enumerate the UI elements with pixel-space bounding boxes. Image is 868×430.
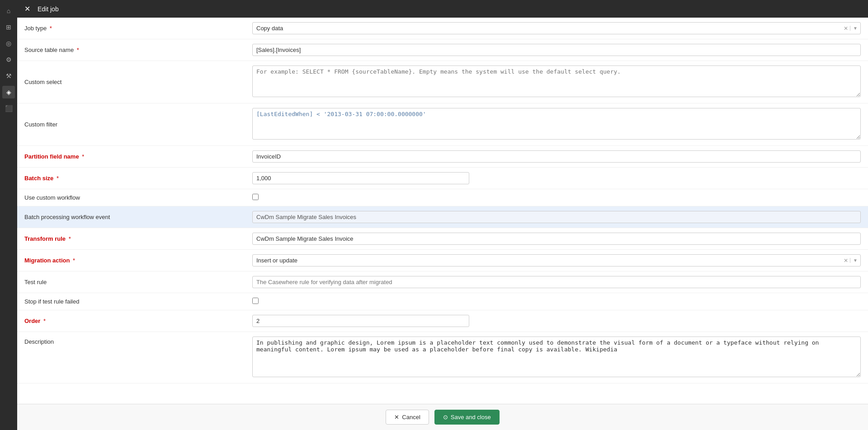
cancel-icon: ✕ — [394, 414, 399, 421]
tools-icon[interactable]: ⚒ — [2, 70, 15, 82]
job-type-arrow: ▼ — [850, 26, 860, 31]
label-job-type: Job type — [24, 25, 47, 32]
row-order: Order * — [17, 310, 868, 332]
source-table-name-input[interactable] — [252, 44, 861, 56]
partition-field-name-input[interactable] — [252, 150, 861, 163]
label-test-rule: Test rule — [24, 279, 47, 285]
job-type-select[interactable]: Copy data — [253, 23, 842, 34]
label-transform-rule: Transform rule — [24, 235, 66, 242]
label-use-custom-workflow: Use custom workflow — [24, 194, 80, 201]
save-button[interactable]: ⊙ Save and close — [434, 410, 500, 425]
label-batch-processing: Batch processing workflow event — [24, 214, 110, 220]
save-label: Save and close — [451, 414, 491, 421]
row-custom-select: Custom select — [17, 61, 868, 103]
label-custom-filter: Custom filter — [24, 121, 57, 128]
label-batch-size: Batch size — [24, 175, 53, 182]
batch-processing-input[interactable] — [252, 211, 861, 223]
label-description: Description — [24, 338, 54, 345]
grid-icon[interactable]: ⊞ — [2, 21, 15, 33]
row-partition-field-name: Partition field name * — [17, 146, 868, 168]
row-migration-action: Migration action * Insert or update Inse… — [17, 250, 868, 271]
close-icon[interactable]: ✕ — [24, 5, 30, 13]
row-stop-if-test-rule-failed: Stop if test rule failed — [17, 293, 868, 310]
custom-select-textarea[interactable] — [252, 65, 861, 97]
job-type-clear[interactable]: ✕ — [842, 25, 850, 32]
row-batch-processing: Batch processing workflow event — [17, 206, 868, 228]
label-source-table-name: Source table name — [24, 47, 74, 53]
required-order: * — [43, 318, 46, 324]
row-batch-size: Batch size * — [17, 168, 868, 189]
title-bar: ✕ Edit job — [17, 0, 868, 18]
label-partition-field-name: Partition field name — [24, 153, 79, 160]
label-order: Order — [24, 318, 40, 324]
required-transform-rule: * — [69, 235, 71, 242]
required-migration-action: * — [73, 257, 75, 264]
sidebar: ⌂ ⊞ ◎ ⚙ ⚒ ◈ ⬛ — [0, 0, 17, 430]
transform-rule-input[interactable] — [252, 233, 861, 245]
chart-icon[interactable]: ⬛ — [2, 102, 15, 115]
settings-icon[interactable]: ⚙ — [2, 53, 15, 66]
dialog-title: Edit job — [38, 5, 59, 13]
migration-action-select-wrapper: Insert or update Insert only Update only… — [252, 254, 861, 266]
migration-action-arrow: ▼ — [850, 258, 860, 263]
test-rule-input[interactable] — [252, 276, 861, 288]
required-source-table: * — [77, 47, 79, 53]
label-custom-select: Custom select — [24, 79, 61, 85]
required-batch-size: * — [57, 175, 59, 182]
order-input[interactable] — [252, 315, 469, 327]
globe-icon[interactable]: ◎ — [2, 37, 15, 50]
active-icon[interactable]: ◈ — [2, 86, 15, 98]
label-migration-action: Migration action — [24, 257, 70, 264]
migration-action-select[interactable]: Insert or update Insert only Update only — [253, 255, 842, 266]
batch-size-input[interactable] — [252, 172, 469, 184]
job-type-select-wrapper: Copy data ✕ ▼ — [252, 22, 861, 34]
stop-if-test-rule-failed-checkbox[interactable] — [252, 298, 259, 304]
custom-filter-textarea[interactable]: [LastEditedWhen] < '2013-03-31 07:00:00.… — [252, 108, 861, 140]
required-partition: * — [82, 153, 84, 160]
cancel-button[interactable]: ✕ Cancel — [386, 410, 429, 425]
home-icon[interactable]: ⌂ — [2, 5, 15, 17]
row-description: Description In publishing and graphic de… — [17, 332, 868, 383]
row-job-type: Job type * Copy data ✕ ▼ — [17, 18, 868, 39]
label-stop-if-test-rule-failed: Stop if test rule failed — [24, 298, 79, 305]
required-job-type: * — [50, 25, 52, 32]
form-area: Job type * Copy data ✕ ▼ — [17, 18, 868, 404]
use-custom-workflow-checkbox[interactable] — [252, 194, 259, 200]
row-use-custom-workflow: Use custom workflow — [17, 189, 868, 206]
save-icon: ⊙ — [443, 414, 448, 421]
row-test-rule: Test rule — [17, 271, 868, 293]
cancel-label: Cancel — [402, 414, 420, 421]
main-panel: ✕ Edit job Job type * Copy data — [17, 0, 868, 430]
footer: ✕ Cancel ⊙ Save and close — [17, 404, 868, 430]
row-custom-filter: Custom filter [LastEditedWhen] < '2013-0… — [17, 103, 868, 146]
row-source-table-name: Source table name * — [17, 39, 868, 61]
migration-action-clear[interactable]: ✕ — [842, 257, 850, 264]
description-textarea[interactable]: In publishing and graphic design, Lorem … — [252, 337, 861, 377]
form-table: Job type * Copy data ✕ ▼ — [17, 18, 868, 383]
row-transform-rule: Transform rule * — [17, 228, 868, 250]
